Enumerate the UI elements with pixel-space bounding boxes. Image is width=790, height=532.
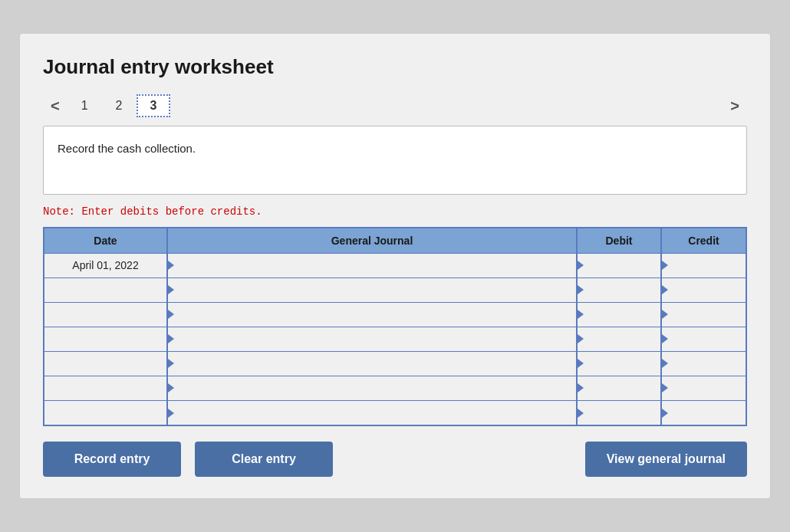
main-container: Journal entry worksheet < 1 2 3 > Record…	[19, 33, 771, 500]
credit-arrow-icon	[662, 285, 668, 294]
tab-1[interactable]: 1	[67, 94, 102, 117]
view-general-journal-button[interactable]: View general journal	[585, 442, 747, 477]
journal-arrow-icon	[168, 359, 174, 368]
debit-arrow-icon	[578, 334, 584, 343]
credit-arrow-icon	[662, 409, 668, 418]
debit-arrow-icon	[578, 261, 584, 270]
debit-cell-1[interactable]	[577, 277, 661, 302]
debit-cell-4[interactable]	[577, 351, 661, 376]
buttons-row: Record entry Clear entry View general jo…	[43, 442, 747, 477]
date-cell-5[interactable]	[44, 376, 167, 400]
table-row	[44, 376, 746, 400]
date-cell-2[interactable]	[44, 302, 167, 327]
date-cell-3[interactable]	[44, 327, 167, 351]
tab-2[interactable]: 2	[102, 94, 137, 117]
date-cell-0[interactable]: April 01, 2022	[44, 253, 167, 277]
credit-arrow-icon	[662, 334, 668, 343]
credit-arrow-icon	[662, 359, 668, 368]
journal-cell-4[interactable]	[167, 351, 577, 376]
next-arrow[interactable]: >	[723, 94, 747, 118]
debit-cell-6[interactable]	[577, 400, 661, 425]
record-entry-button[interactable]: Record entry	[43, 442, 181, 477]
page-title: Journal entry worksheet	[43, 55, 747, 79]
date-cell-4[interactable]	[44, 351, 167, 376]
journal-arrow-icon	[168, 409, 174, 418]
table-row	[44, 277, 746, 302]
tab-3[interactable]: 3	[137, 94, 171, 117]
credit-cell-3[interactable]	[661, 327, 746, 351]
table-row	[44, 302, 746, 327]
date-cell-1[interactable]	[44, 277, 167, 302]
debit-arrow-icon	[578, 310, 584, 319]
debit-arrow-icon	[578, 285, 584, 294]
col-header-date: Date	[44, 228, 167, 254]
credit-cell-2[interactable]	[661, 302, 746, 327]
debit-arrow-icon	[578, 409, 584, 418]
credit-arrow-icon	[662, 383, 668, 392]
journal-arrow-icon	[168, 334, 174, 343]
journal-table-wrapper: Date General Journal Debit Credit April …	[43, 227, 747, 427]
credit-cell-4[interactable]	[661, 351, 746, 376]
debit-cell-3[interactable]	[577, 327, 661, 351]
journal-cell-6[interactable]	[167, 400, 577, 425]
col-header-journal: General Journal	[167, 228, 577, 254]
table-row: April 01, 2022	[44, 253, 746, 277]
table-row	[44, 400, 746, 425]
debit-arrow-icon	[578, 359, 584, 368]
table-row	[44, 351, 746, 376]
credit-cell-0[interactable]	[661, 253, 746, 277]
journal-cell-2[interactable]	[167, 302, 577, 327]
date-cell-6[interactable]	[44, 400, 167, 425]
clear-entry-button[interactable]: Clear entry	[195, 442, 333, 477]
instruction-text: Record the cash collection.	[58, 142, 196, 155]
debit-cell-2[interactable]	[577, 302, 661, 327]
col-header-credit: Credit	[661, 228, 746, 254]
debit-arrow-icon	[578, 383, 584, 392]
prev-arrow[interactable]: <	[43, 94, 67, 118]
note-text: Note: Enter debits before credits.	[43, 205, 747, 218]
col-header-debit: Debit	[577, 228, 661, 254]
journal-cell-0[interactable]	[167, 253, 577, 277]
credit-cell-6[interactable]	[661, 400, 746, 425]
credit-arrow-icon	[662, 261, 668, 270]
journal-cell-3[interactable]	[167, 327, 577, 351]
journal-cell-5[interactable]	[167, 376, 577, 400]
debit-cell-0[interactable]	[577, 253, 661, 277]
journal-table: Date General Journal Debit Credit April …	[44, 228, 746, 425]
journal-arrow-icon	[168, 261, 174, 270]
journal-arrow-icon	[168, 285, 174, 294]
credit-cell-5[interactable]	[661, 376, 746, 400]
credit-cell-1[interactable]	[661, 277, 746, 302]
debit-cell-5[interactable]	[577, 376, 661, 400]
table-row	[44, 327, 746, 351]
journal-arrow-icon	[168, 383, 174, 392]
journal-cell-1[interactable]	[167, 277, 577, 302]
instruction-box: Record the cash collection.	[43, 126, 747, 195]
journal-arrow-icon	[168, 310, 174, 319]
credit-arrow-icon	[662, 310, 668, 319]
tabs-row: < 1 2 3 >	[43, 94, 747, 118]
